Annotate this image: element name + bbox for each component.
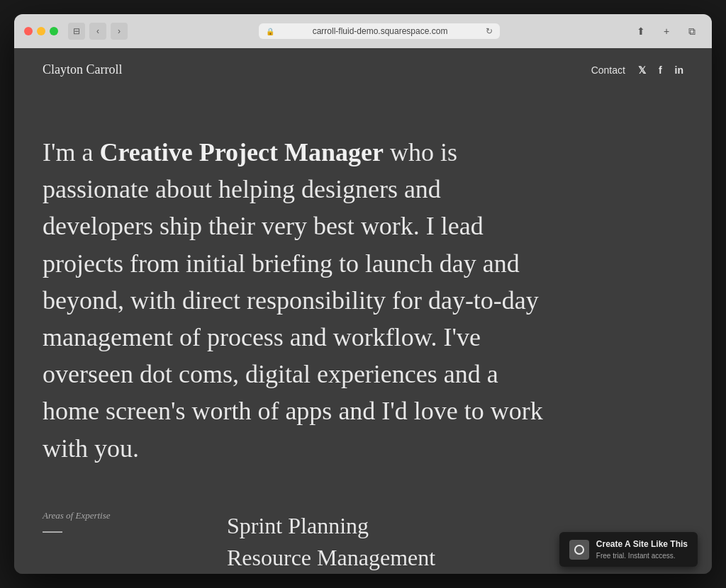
- share-button[interactable]: ⬆: [631, 21, 651, 41]
- new-tab-button[interactable]: +: [657, 21, 676, 41]
- areas-label: Areas of Expertise: [43, 510, 184, 521]
- contact-link[interactable]: Contact: [591, 64, 625, 76]
- browser-chrome: ⊟ ‹ › 🔒 carroll-fluid-demo.squarespace.c…: [14, 14, 712, 48]
- refresh-button[interactable]: ↻: [486, 26, 493, 36]
- areas-divider: [43, 531, 62, 533]
- main-content: I'm a Creative Project Manager who is pa…: [14, 91, 712, 489]
- back-button[interactable]: ‹: [89, 23, 106, 40]
- squarespace-badge[interactable]: Create A Site Like This Free trial. Inst…: [559, 532, 698, 567]
- linkedin-icon[interactable]: in: [675, 64, 683, 76]
- lock-icon: 🔒: [266, 28, 274, 35]
- hero-text-after: who is passionate about helping designer…: [43, 138, 543, 463]
- browser-nav: ⊟ ‹ ›: [68, 23, 128, 40]
- browser-window: ⊟ ‹ › 🔒 carroll-fluid-demo.squarespace.c…: [14, 14, 712, 574]
- bottom-section: Areas of Expertise Sprint Planning Resou…: [14, 489, 712, 574]
- forward-button[interactable]: ›: [111, 23, 128, 40]
- maximize-button[interactable]: [50, 27, 58, 35]
- hero-text-before: I'm a: [43, 138, 99, 166]
- site-header: Clayton Carroll Contact 𝕏 f in: [14, 48, 712, 91]
- close-button[interactable]: [24, 27, 33, 35]
- minimize-button[interactable]: [37, 27, 45, 35]
- address-bar[interactable]: 🔒 carroll-fluid-demo.squarespace.com ↻: [259, 23, 500, 39]
- browser-actions: ⬆ + ⧉: [631, 21, 702, 41]
- hero-bold-text: Creative Project Manager: [99, 138, 383, 166]
- squarespace-logo-inner: [574, 545, 584, 555]
- squarespace-logo: [569, 540, 589, 560]
- traffic-lights: [24, 27, 58, 35]
- site-name[interactable]: Clayton Carroll: [43, 62, 122, 77]
- copy-button[interactable]: ⧉: [682, 21, 702, 41]
- badge-main-text: Create A Site Like This: [596, 539, 688, 550]
- site-nav: Contact 𝕏 f in: [591, 64, 683, 76]
- areas-sidebar: Areas of Expertise: [43, 510, 184, 533]
- badge-text-container: Create A Site Like This Free trial. Inst…: [596, 539, 688, 560]
- twitter-icon[interactable]: 𝕏: [638, 64, 646, 76]
- webpage: Clayton Carroll Contact 𝕏 f in I'm a Cre…: [14, 48, 712, 574]
- sidebar-toggle-button[interactable]: ⊟: [68, 23, 85, 40]
- facebook-icon[interactable]: f: [659, 64, 662, 76]
- url-text: carroll-fluid-demo.squarespace.com: [279, 26, 481, 36]
- badge-sub-text: Free trial. Instant access.: [596, 552, 688, 560]
- hero-text: I'm a Creative Project Manager who is pa…: [43, 134, 553, 467]
- address-bar-container: 🔒 carroll-fluid-demo.squarespace.com ↻: [135, 23, 624, 39]
